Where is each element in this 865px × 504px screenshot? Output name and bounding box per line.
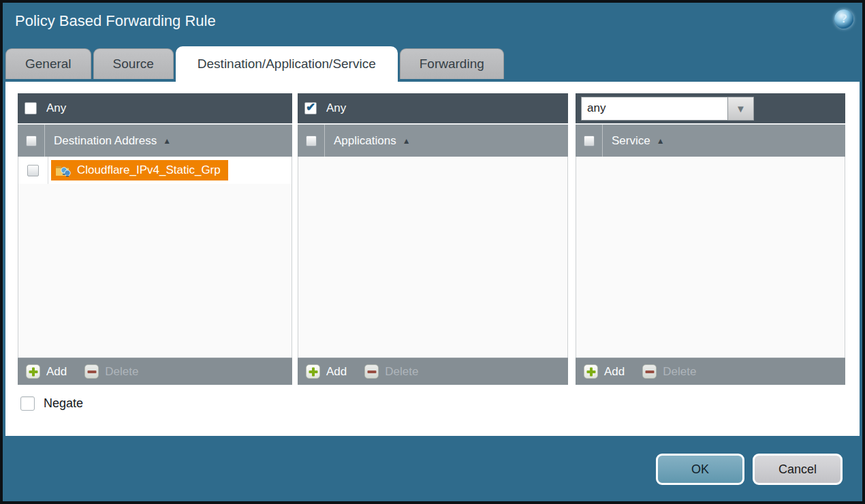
dialog-window: Policy Based Forwarding Rule ? General S… xyxy=(0,0,865,504)
dropdown-arrow-button[interactable]: ▼ xyxy=(728,97,754,121)
delete-button[interactable]: Delete xyxy=(642,364,696,379)
applications-footer: Add Delete xyxy=(298,358,568,385)
applications-header-label: Applications xyxy=(334,134,396,148)
question-mark-glyph: ? xyxy=(840,14,847,25)
destination-address-column: Any Destination Address ▲ xyxy=(18,93,292,385)
plus-icon xyxy=(584,364,598,379)
service-footer: Add Delete xyxy=(576,358,845,385)
address-item-label: Cloudflare_IPv4_Static_Grp xyxy=(77,163,221,177)
sort-asc-icon[interactable]: ▲ xyxy=(163,136,171,146)
dialog-title: Policy Based Forwarding Rule xyxy=(15,12,216,30)
delete-button-label: Delete xyxy=(663,365,696,379)
plus-icon xyxy=(26,364,40,379)
tab-general[interactable]: General xyxy=(5,48,91,79)
negate-label: Negate xyxy=(44,396,83,411)
row-checkbox-cell xyxy=(18,157,48,184)
destination-footer: Add Delete xyxy=(18,358,292,385)
tab-label: Forwarding xyxy=(420,57,484,72)
chevron-down-icon: ▼ xyxy=(736,104,746,114)
header-checkbox-cell xyxy=(576,125,603,157)
minus-icon xyxy=(84,364,99,379)
destination-any-bar: Any xyxy=(18,93,292,125)
service-select-all-checkbox[interactable] xyxy=(584,136,595,146)
tab-label: Destination/Application/Service xyxy=(198,57,376,72)
table-row[interactable]: Cloudflare_IPv4_Static_Grp xyxy=(18,157,292,184)
delete-button-label: Delete xyxy=(105,365,138,379)
service-dropdown-input[interactable] xyxy=(581,97,728,121)
applications-column: ✔ Any Applications ▲ Add Delete xyxy=(298,93,568,385)
plus-icon xyxy=(306,364,320,379)
delete-button[interactable]: Delete xyxy=(84,364,138,379)
applications-any-checkbox[interactable]: ✔ xyxy=(304,102,317,114)
add-button-label: Add xyxy=(46,365,67,379)
header-checkbox-cell xyxy=(18,125,45,157)
titlebar: Policy Based Forwarding Rule ? xyxy=(0,0,865,42)
help-icon[interactable]: ? xyxy=(834,10,853,29)
service-dropdown: ▼ xyxy=(581,97,754,121)
applications-any-bar: ✔ Any xyxy=(298,93,568,125)
add-button-label: Add xyxy=(326,365,347,379)
service-header-row: Service ▲ xyxy=(576,125,845,157)
tab-source[interactable]: Source xyxy=(93,48,174,79)
applications-any-label: Any xyxy=(326,101,346,115)
tab-label: Source xyxy=(113,57,154,72)
delete-button[interactable]: Delete xyxy=(364,364,418,379)
applications-select-all-checkbox[interactable] xyxy=(306,136,317,146)
add-button[interactable]: Add xyxy=(306,364,347,379)
service-list xyxy=(576,157,845,358)
destination-select-all-checkbox[interactable] xyxy=(26,136,37,146)
destination-header-row: Destination Address ▲ xyxy=(18,125,292,157)
minus-icon xyxy=(642,364,657,379)
sort-asc-icon[interactable]: ▲ xyxy=(657,136,665,146)
service-selector-bar: ▼ xyxy=(576,93,845,125)
service-header-label: Service xyxy=(612,134,650,148)
tab-bar: General Source Destination/Application/S… xyxy=(5,45,504,82)
add-button-label: Add xyxy=(604,365,625,379)
destination-header-label: Destination Address xyxy=(54,134,157,148)
destination-any-label: Any xyxy=(46,101,66,115)
address-group-icon xyxy=(55,163,72,177)
row-checkbox[interactable] xyxy=(27,165,39,176)
destination-any-checkbox[interactable] xyxy=(25,102,37,114)
header-checkbox-cell xyxy=(298,125,325,157)
applications-list xyxy=(298,157,568,358)
delete-button-label: Delete xyxy=(385,365,418,379)
sort-asc-icon[interactable]: ▲ xyxy=(403,136,411,146)
check-icon: ✔ xyxy=(306,100,315,114)
tab-label: General xyxy=(25,57,72,72)
negate-row: Negate xyxy=(20,396,83,411)
destination-list: Cloudflare_IPv4_Static_Grp xyxy=(18,157,292,358)
add-button[interactable]: Add xyxy=(584,364,625,379)
add-button[interactable]: Add xyxy=(26,364,67,379)
tab-forwarding[interactable]: Forwarding xyxy=(400,48,504,79)
service-column: ▼ Service ▲ Add Delete xyxy=(576,93,845,385)
tab-destination-application-service[interactable]: Destination/Application/Service xyxy=(176,46,398,82)
ok-button[interactable]: OK xyxy=(656,454,744,485)
applications-header-row: Applications ▲ xyxy=(298,125,568,157)
minus-icon xyxy=(364,364,379,379)
content-panel: Any Destination Address ▲ xyxy=(5,82,860,436)
negate-checkbox[interactable] xyxy=(20,396,35,411)
cancel-button[interactable]: Cancel xyxy=(753,454,843,485)
selected-address-item[interactable]: Cloudflare_IPv4_Static_Grp xyxy=(51,160,228,180)
